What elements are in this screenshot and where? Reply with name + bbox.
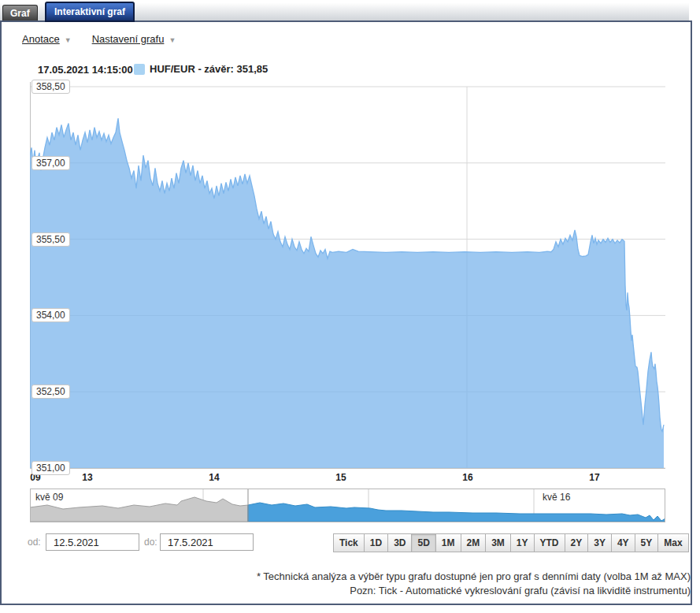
crosshair-datetime-label: 17.05.2021 14:15:00 [38, 64, 133, 76]
y-tick-label: 354,00 [31, 308, 70, 322]
nav-tick-label: kvě 16 [540, 492, 572, 503]
y-tick-label: 358,50 [31, 80, 70, 94]
price-area-fill [30, 118, 664, 468]
y-tick-label: 351,00 [31, 461, 70, 475]
from-date-input[interactable] [46, 533, 139, 551]
x-tick-label: 15 [335, 472, 346, 483]
from-date-label: od: [28, 537, 41, 548]
range-button-max[interactable]: Max [657, 533, 688, 552]
to-date-label: do: [144, 537, 157, 548]
chevron-down-icon: ▼ [65, 36, 72, 44]
x-tick-label: 14 [209, 472, 219, 483]
tab-graf[interactable]: Graf [2, 5, 38, 21]
series-color-swatch [134, 64, 145, 75]
annotations-link[interactable]: Anotace [22, 33, 60, 45]
range-button-3m[interactable]: 3M [485, 533, 511, 552]
x-tick-label: 17 [589, 472, 599, 483]
range-button-1d[interactable]: 1D [364, 533, 388, 552]
range-button-5y[interactable]: 5Y [635, 533, 659, 552]
range-button-4y[interactable]: 4Y [611, 533, 635, 552]
footnotes: * Technická analýza a výběr typu grafu d… [257, 570, 691, 598]
footnote-line-2: Pozn: Tick - Automatické vykreslování gr… [257, 584, 691, 598]
range-button-ytd[interactable]: YTD [534, 533, 565, 552]
main-price-chart[interactable] [30, 79, 665, 470]
x-tick-label: 16 [462, 472, 472, 483]
range-button-3y[interactable]: 3Y [587, 533, 612, 552]
chart-widget: Graf Interaktivní graf Anotace▼ Nastaven… [0, 0, 700, 613]
range-button-3d[interactable]: 3D [387, 533, 412, 552]
chart-settings-menu[interactable]: Nastavení grafu▼ [92, 33, 176, 45]
range-button-1y[interactable]: 1Y [510, 533, 535, 552]
to-date-input[interactable] [160, 533, 254, 551]
range-button-5d[interactable]: 5D [411, 533, 435, 552]
range-button-2y[interactable]: 2Y [565, 533, 589, 552]
x-tick-label: 13 [82, 472, 92, 483]
nav-tick-label: kvě 09 [33, 492, 65, 503]
chart-settings-link[interactable]: Nastavení grafu [92, 33, 165, 45]
annotations-menu[interactable]: Anotace▼ [22, 33, 72, 45]
chart-menu: Anotace▼ Nastavení grafu▼ [22, 33, 176, 45]
y-tick-label: 357,00 [31, 156, 70, 170]
footnote-line-1: * Technická analýza a výběr typu grafu d… [257, 570, 691, 584]
nav-series-selected [248, 503, 665, 522]
range-button-group: Tick1D3D5D1M2M3M1YYTD2Y3Y4Y5YMax [334, 533, 689, 552]
legend-label: HUF/EUR - závěr: 351,85 [150, 63, 268, 75]
y-tick-label: 352,50 [31, 385, 70, 399]
range-button-tick[interactable]: Tick [333, 533, 365, 552]
range-button-1m[interactable]: 1M [435, 533, 461, 552]
chevron-down-icon: ▼ [169, 36, 176, 44]
range-button-2m[interactable]: 2M [461, 533, 487, 552]
tab-interaktivni-graf[interactable]: Interaktivní graf [45, 2, 135, 22]
y-tick-label: 355,50 [31, 232, 70, 247]
legend: HUF/EUR - závěr: 351,85 [134, 63, 268, 75]
